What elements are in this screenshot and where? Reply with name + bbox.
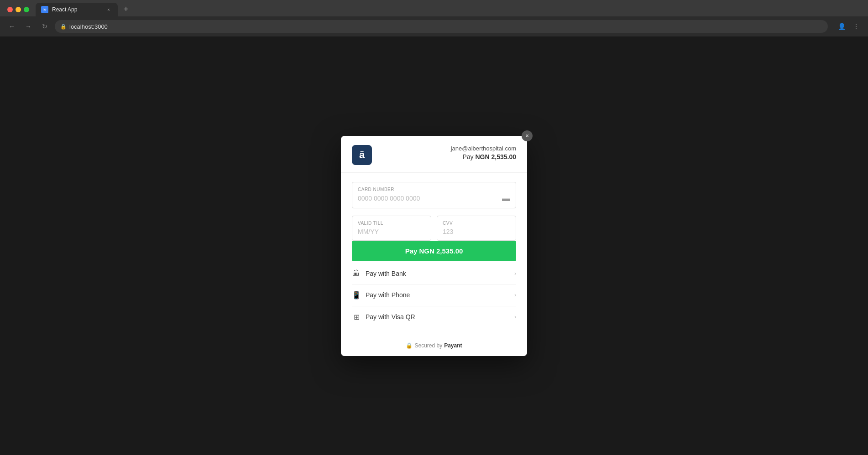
visaqr-chevron-icon: › bbox=[514, 314, 516, 320]
card-number-group: CARD NUMBER 0000 0000 0000 0000 ▬ bbox=[352, 182, 516, 208]
cvv-field[interactable]: CVV 123 bbox=[437, 216, 516, 241]
tab-bar: ✳ React App × + bbox=[0, 0, 868, 16]
payment-amount: Pay NGN 2,535.00 bbox=[462, 153, 516, 160]
pay-with-visaqr[interactable]: ⊞ Pay with Visa QR › bbox=[352, 306, 516, 328]
payant-logo: ă bbox=[352, 145, 372, 165]
payment-modal: × ă jane@alberthospital.com Pay NGN 2,53… bbox=[341, 136, 527, 356]
phone-chevron-icon: › bbox=[514, 292, 516, 298]
modal-header: ă jane@alberthospital.com Pay NGN 2,535.… bbox=[341, 136, 527, 173]
pay-with-phone[interactable]: 📱 Pay with Phone › bbox=[352, 284, 516, 306]
bank-chevron-icon: › bbox=[514, 270, 516, 277]
payer-email: jane@alberthospital.com bbox=[451, 145, 516, 152]
account-icon[interactable]: 👤 bbox=[835, 20, 848, 33]
pay-with-bank[interactable]: 🏛 Pay with Bank › bbox=[352, 263, 516, 284]
traffic-lights bbox=[4, 7, 33, 12]
footer-secured-text: Secured by bbox=[414, 342, 442, 349]
modal-overlay: × ă jane@alberthospital.com Pay NGN 2,53… bbox=[0, 36, 868, 455]
bank-icon: 🏛 bbox=[352, 269, 361, 278]
tab-title: React App bbox=[52, 6, 101, 13]
card-number-placeholder: 0000 0000 0000 0000 bbox=[358, 195, 420, 202]
cvv-label: CVV bbox=[443, 221, 510, 226]
modal-close-button[interactable]: × bbox=[522, 130, 533, 141]
footer-lock-icon: 🔒 bbox=[406, 342, 413, 349]
card-number-input-row: 0000 0000 0000 0000 ▬ bbox=[358, 194, 510, 203]
card-details-row: VALID TILL MM/YY CVV 123 bbox=[352, 216, 516, 241]
traffic-light-yellow[interactable] bbox=[16, 7, 21, 12]
more-options-icon[interactable]: ⋮ bbox=[850, 20, 863, 33]
card-type-icon: ▬ bbox=[502, 194, 510, 203]
modal-meta: jane@alberthospital.com Pay NGN 2,535.00 bbox=[451, 145, 516, 161]
valid-till-label: VALID TILL bbox=[358, 221, 425, 226]
tab-close-button[interactable]: × bbox=[105, 6, 112, 13]
address-bar[interactable]: 🔒 localhost:3000 bbox=[55, 20, 828, 33]
pay-with-phone-label: Pay with Phone bbox=[366, 291, 410, 299]
forward-button[interactable]: → bbox=[22, 20, 35, 33]
modal-footer: 🔒 Secured by Payant bbox=[341, 337, 527, 356]
modal-body: CARD NUMBER 0000 0000 0000 0000 ▬ VALID … bbox=[341, 173, 527, 337]
valid-till-placeholder: MM/YY bbox=[358, 228, 379, 235]
valid-till-field[interactable]: VALID TILL MM/YY bbox=[352, 216, 431, 241]
footer-brand: Payant bbox=[444, 342, 462, 349]
cvv-placeholder: 123 bbox=[443, 228, 453, 235]
address-lock-icon: 🔒 bbox=[60, 24, 67, 30]
back-button[interactable]: ← bbox=[5, 20, 18, 33]
browser-chrome: ✳ React App × + ← → ↻ 🔒 localhost:3000 👤… bbox=[0, 0, 868, 36]
browser-tab-active[interactable]: ✳ React App × bbox=[36, 3, 118, 16]
pay-button[interactable]: Pay NGN 2,535.00 bbox=[352, 241, 516, 261]
card-number-label: CARD NUMBER bbox=[358, 187, 510, 192]
address-text: localhost:3000 bbox=[69, 23, 108, 30]
card-number-field[interactable]: CARD NUMBER 0000 0000 0000 0000 ▬ bbox=[352, 182, 516, 208]
browser-actions: 👤 ⋮ bbox=[835, 20, 863, 33]
pay-with-bank-label: Pay with Bank bbox=[366, 270, 406, 277]
traffic-light-green[interactable] bbox=[24, 7, 29, 12]
reload-button[interactable]: ↻ bbox=[38, 20, 51, 33]
page-content: × ă jane@alberthospital.com Pay NGN 2,53… bbox=[0, 36, 868, 455]
visaqr-icon: ⊞ bbox=[352, 313, 361, 321]
pay-with-visaqr-label: Pay with Visa QR bbox=[366, 313, 415, 321]
traffic-light-red[interactable] bbox=[7, 7, 13, 12]
address-bar-row: ← → ↻ 🔒 localhost:3000 👤 ⋮ bbox=[0, 16, 868, 36]
new-tab-button[interactable]: + bbox=[120, 3, 132, 16]
alt-payments-section: 🏛 Pay with Bank › 📱 Pay with Phone › ⊞ P… bbox=[341, 263, 527, 328]
tab-favicon: ✳ bbox=[41, 6, 48, 13]
phone-icon: 📱 bbox=[352, 291, 361, 300]
